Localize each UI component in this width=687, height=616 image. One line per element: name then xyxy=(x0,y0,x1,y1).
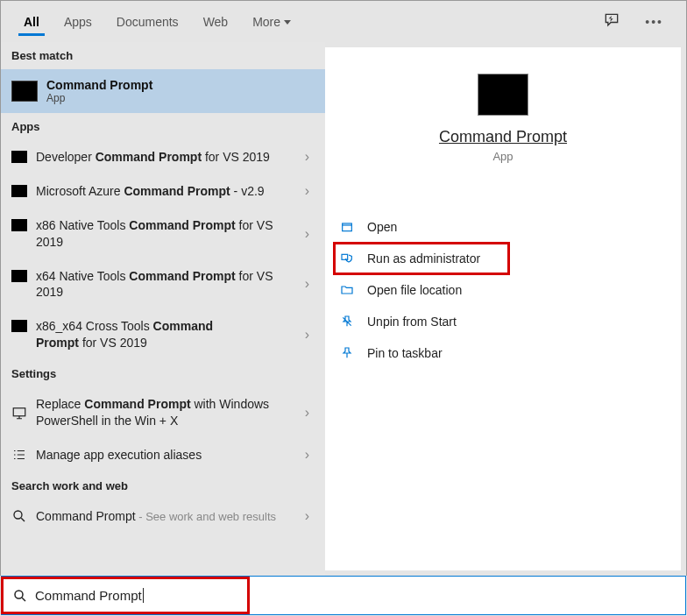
filter-tabs: All Apps Documents Web More ••• xyxy=(0,0,687,42)
app-result[interactable]: x64 Native Tools Command Prompt for VS 2… xyxy=(1,259,325,310)
action-open-location[interactable]: Open file location xyxy=(334,274,672,306)
feedback-icon[interactable] xyxy=(591,4,633,39)
search-bar: Command Prompt xyxy=(1,576,686,615)
search-icon xyxy=(12,588,28,604)
app-result[interactable]: Microsoft Azure Command Prompt - v2.9 › xyxy=(1,174,325,209)
section-search-work-web: Search work and web xyxy=(1,472,325,499)
svg-point-4 xyxy=(15,591,23,598)
action-label: Open xyxy=(367,220,397,234)
svg-rect-2 xyxy=(343,223,352,231)
tab-all[interactable]: All xyxy=(11,4,52,39)
chevron-right-icon[interactable]: › xyxy=(300,226,315,242)
chevron-right-icon[interactable]: › xyxy=(300,183,315,199)
chevron-right-icon[interactable]: › xyxy=(300,327,315,343)
action-label: Open file location xyxy=(367,283,462,297)
app-result[interactable]: x86 Native Tools Command Prompt for VS 2… xyxy=(1,209,325,259)
app-result[interactable]: x86_x64 Cross Tools CommandPrompt for VS… xyxy=(1,309,325,360)
tab-more[interactable]: More xyxy=(240,4,303,39)
search-input-value: Command Prompt xyxy=(35,588,144,603)
chevron-down-icon xyxy=(284,20,291,25)
section-apps: Apps xyxy=(1,113,325,140)
action-pin-taskbar[interactable]: Pin to taskbar xyxy=(334,337,672,369)
tab-apps[interactable]: Apps xyxy=(52,4,104,39)
svg-rect-3 xyxy=(342,254,348,259)
settings-result[interactable]: Replace Command Prompt with Windows Powe… xyxy=(1,387,325,438)
search-icon xyxy=(11,508,27,524)
search-input[interactable]: Command Prompt xyxy=(1,577,250,614)
preview-panel: Command Prompt App Open Run as administr… xyxy=(325,47,681,570)
app-icon xyxy=(11,219,27,231)
more-options-icon[interactable]: ••• xyxy=(633,8,676,36)
best-match-title: Command Prompt xyxy=(46,78,152,92)
chevron-right-icon[interactable]: › xyxy=(300,149,315,165)
chevron-right-icon[interactable]: › xyxy=(300,405,315,421)
list-icon xyxy=(11,447,27,463)
section-best-match: Best match xyxy=(1,42,325,69)
pin-icon xyxy=(339,345,355,361)
app-icon xyxy=(11,151,27,163)
unpin-icon xyxy=(339,314,355,329)
monitor-icon xyxy=(11,405,27,421)
web-search-result[interactable]: Command Prompt - See work and web result… xyxy=(1,499,325,534)
app-result[interactable]: Developer Command Prompt for VS 2019 › xyxy=(1,140,325,174)
svg-rect-0 xyxy=(13,408,25,416)
command-prompt-icon xyxy=(478,74,528,116)
tab-documents[interactable]: Documents xyxy=(104,4,191,39)
action-open[interactable]: Open xyxy=(334,211,672,243)
tab-more-label: More xyxy=(252,15,280,29)
preview-subtitle: App xyxy=(492,150,513,163)
best-match-subtitle: App xyxy=(46,92,152,104)
app-icon xyxy=(11,320,27,332)
action-run-as-admin[interactable]: Run as administrator xyxy=(334,243,509,274)
shield-icon xyxy=(339,251,355,266)
section-settings: Settings xyxy=(1,360,325,387)
command-prompt-icon xyxy=(11,81,38,102)
preview-title[interactable]: Command Prompt xyxy=(439,128,567,146)
best-match-item[interactable]: Command Prompt App xyxy=(1,69,325,113)
svg-point-1 xyxy=(14,511,22,519)
app-icon xyxy=(11,270,27,282)
action-unpin-start[interactable]: Unpin from Start xyxy=(334,306,672,337)
open-icon xyxy=(339,219,355,235)
actions-list: Open Run as administrator Open file loca… xyxy=(325,211,681,369)
action-label: Pin to taskbar xyxy=(367,346,443,360)
results-panel: Best match Command Prompt App Apps Devel… xyxy=(1,42,325,576)
folder-icon xyxy=(339,282,355,298)
app-icon xyxy=(11,185,27,197)
tab-web[interactable]: Web xyxy=(191,4,241,39)
action-label: Unpin from Start xyxy=(367,315,457,329)
action-label: Run as administrator xyxy=(367,251,480,266)
chevron-right-icon[interactable]: › xyxy=(300,447,315,463)
settings-result[interactable]: Manage app execution aliases › xyxy=(1,438,325,472)
chevron-right-icon[interactable]: › xyxy=(300,276,315,292)
chevron-right-icon[interactable]: › xyxy=(300,508,315,524)
